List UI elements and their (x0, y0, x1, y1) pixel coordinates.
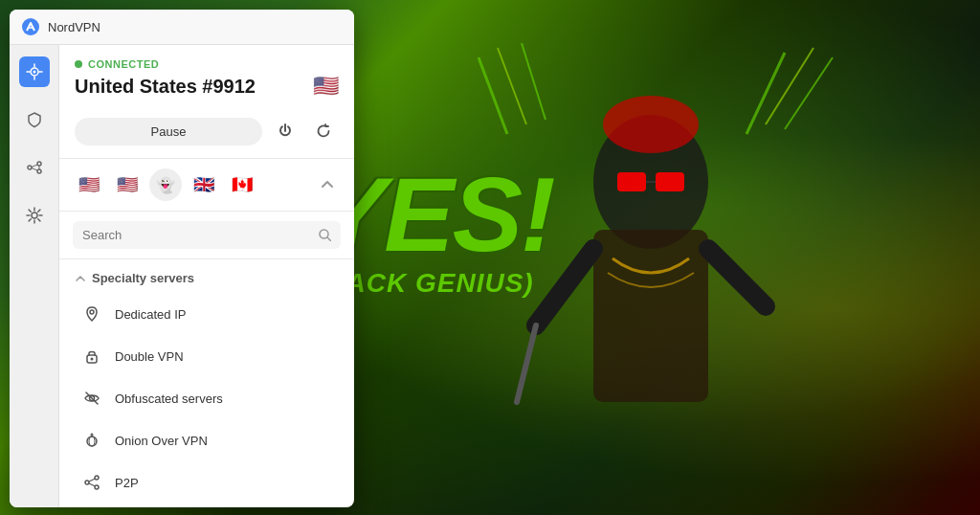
svg-line-1 (498, 48, 526, 124)
search-input[interactable] (82, 228, 311, 242)
double-vpn-icon (80, 345, 103, 368)
search-bar (59, 212, 354, 259)
menu-item-onion-over-vpn[interactable]: Onion Over VPN (65, 419, 348, 461)
double-vpn-label: Double VPN (115, 349, 184, 364)
connection-status: CONNECTED (75, 58, 339, 70)
svg-point-18 (28, 166, 32, 169)
svg-point-35 (85, 481, 89, 484)
svg-point-14 (603, 96, 699, 153)
sidebar-item-vpn[interactable] (19, 56, 50, 87)
svg-line-4 (766, 48, 813, 124)
onion-over-vpn-label: Onion Over VPN (115, 434, 208, 448)
specialty-servers-header[interactable]: Specialty servers (59, 259, 354, 293)
svg-line-10 (708, 249, 766, 306)
server-info: United States #9912 🇺🇸 (75, 74, 339, 99)
chevron-up-icon (321, 178, 334, 191)
svg-line-31 (86, 392, 98, 404)
nordvpn-panel: NordVPN (10, 10, 354, 507)
sidebar-item-settings[interactable] (19, 200, 50, 231)
menu-item-obfuscated[interactable]: Obfuscated servers (65, 377, 348, 419)
left-sidebar (10, 45, 59, 507)
refresh-icon (316, 123, 331, 139)
svg-rect-11 (617, 172, 646, 191)
svg-line-2 (522, 43, 546, 120)
title-bar: NordVPN (10, 10, 354, 45)
svg-line-3 (746, 53, 785, 134)
svg-point-15 (22, 18, 39, 35)
search-icon (319, 229, 331, 241)
svg-line-9 (517, 325, 536, 402)
svg-line-26 (327, 237, 331, 241)
dedicated-ip-icon (80, 302, 103, 325)
svg-point-34 (95, 476, 99, 480)
app-title: NordVPN (48, 20, 100, 34)
power-icon (278, 123, 293, 139)
svg-point-36 (95, 485, 99, 489)
sidebar-item-mesh[interactable] (19, 152, 50, 183)
svg-point-19 (37, 162, 41, 166)
expand-flags-button[interactable] (314, 171, 341, 198)
flag-gb[interactable]: 🇬🇧 (188, 168, 220, 201)
obfuscated-icon (80, 387, 103, 410)
refresh-button[interactable] (308, 116, 339, 146)
server-flag-icon: 🇺🇸 (313, 74, 339, 99)
pause-button[interactable]: Pause (75, 118, 262, 146)
flag-ca[interactable]: 🇨🇦 (226, 168, 258, 201)
main-content: CONNECTED United States #9912 🇺🇸 Pause (59, 45, 354, 507)
specialty-toggle-icon (75, 273, 86, 284)
svg-point-20 (37, 169, 41, 173)
nordvpn-logo-icon (21, 17, 40, 36)
connected-label: CONNECTED (88, 58, 159, 70)
svg-line-38 (89, 483, 95, 486)
svg-rect-12 (656, 172, 684, 191)
onion-icon (80, 429, 103, 452)
search-input-wrap (73, 221, 341, 249)
menu-item-double-vpn[interactable]: Double VPN (65, 335, 348, 377)
flag-us-1[interactable]: 🇺🇸 (73, 168, 105, 201)
connected-dot (75, 60, 82, 68)
chevron-up-small-icon (75, 273, 86, 284)
menu-item-dedicated-ip[interactable]: Dedicated IP (65, 293, 348, 335)
svg-point-24 (32, 213, 37, 218)
quick-connect-bar: 🇺🇸 🇺🇸 👻 🇬🇧 🇨🇦 (59, 159, 354, 212)
flag-us-2[interactable]: 🇺🇸 (111, 168, 144, 201)
svg-point-33 (89, 437, 95, 446)
power-button[interactable] (270, 116, 301, 146)
svg-line-0 (479, 57, 507, 134)
svg-line-37 (89, 479, 95, 481)
svg-rect-7 (593, 230, 708, 402)
action-bar: Pause (59, 108, 354, 159)
flag-ghost[interactable]: 👻 (149, 168, 182, 201)
dedicated-ip-label: Dedicated IP (115, 307, 186, 322)
specialty-section-label: Specialty servers (92, 271, 194, 285)
p2p-label: P2P (115, 476, 139, 490)
server-name: United States #9912 (75, 76, 256, 98)
sidebar-item-shield[interactable] (19, 104, 50, 135)
svg-line-22 (32, 168, 37, 171)
svg-point-27 (90, 310, 94, 314)
svg-point-29 (91, 358, 94, 361)
svg-line-21 (32, 165, 37, 168)
menu-item-p2p[interactable]: P2P (65, 461, 348, 504)
connected-section: CONNECTED United States #9912 🇺🇸 (59, 45, 354, 108)
p2p-icon (80, 471, 103, 494)
svg-point-17 (33, 71, 35, 74)
obfuscated-label: Obfuscated servers (115, 392, 223, 406)
svg-line-5 (785, 57, 833, 129)
panel-body: CONNECTED United States #9912 🇺🇸 Pause (10, 45, 354, 507)
